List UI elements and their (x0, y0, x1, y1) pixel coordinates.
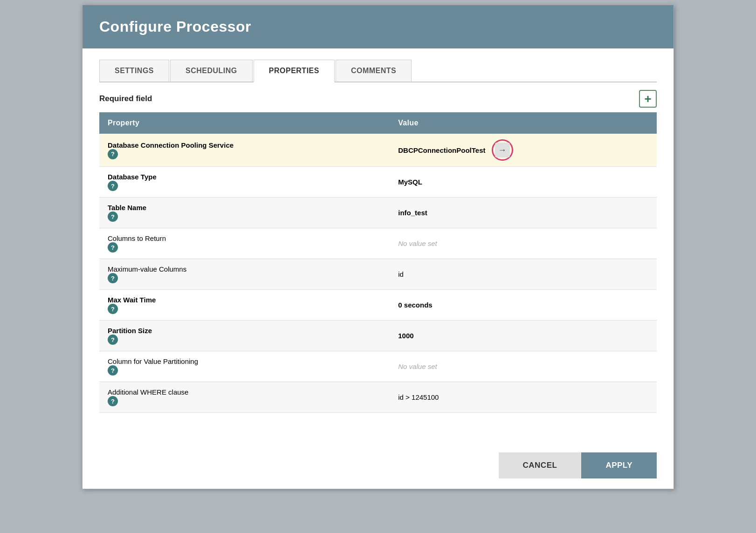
value-cell: id (398, 270, 648, 278)
properties-table: Property Value Database Connection Pooli… (99, 112, 657, 413)
property-name: Table Name (108, 204, 381, 212)
table-row[interactable]: Database Type?MySQL (99, 167, 657, 198)
value-cell: info_test (398, 209, 648, 217)
help-icon[interactable]: ? (108, 396, 118, 406)
property-name: Database Connection Pooling Service (108, 141, 381, 149)
value-cell: 1000 (398, 332, 648, 340)
property-value: MySQL (398, 178, 422, 186)
property-value: 1000 (398, 332, 413, 340)
table-row[interactable]: Database Connection Pooling Service?DBCP… (99, 134, 657, 167)
table-row[interactable]: Max Wait Time?0 seconds (99, 290, 657, 321)
cancel-button[interactable]: CANCEL (499, 452, 582, 478)
property-name: Partition Size (108, 327, 381, 335)
property-name: Additional WHERE clause (108, 388, 381, 396)
column-header-property: Property (99, 112, 390, 134)
help-icon[interactable]: ? (108, 149, 118, 159)
help-icon[interactable]: ? (108, 365, 118, 376)
value-cell: MySQL (398, 178, 648, 186)
apply-button[interactable]: APPLY (581, 452, 657, 478)
property-value: info_test (398, 209, 427, 217)
property-name: Column for Value Partitioning (108, 357, 381, 365)
property-value: id (398, 270, 404, 278)
table-header-row: Property Value (99, 112, 657, 134)
table-row[interactable]: Additional WHERE clause?id > 1245100 (99, 382, 657, 413)
tab-properties[interactable]: PROPERTIES (254, 60, 335, 82)
navigate-arrow-button[interactable]: → (492, 140, 513, 160)
property-value: 0 seconds (398, 301, 432, 309)
value-cell: No value set (398, 239, 648, 247)
value-cell: id > 1245100 (398, 393, 648, 401)
add-property-button[interactable]: + (639, 90, 657, 108)
table-row[interactable]: Columns to Return?No value set (99, 228, 657, 259)
property-name: Columns to Return (108, 234, 381, 242)
property-name: Maximum-value Columns (108, 265, 381, 273)
configure-processor-dialog: Configure Processor SETTINGS SCHEDULING … (82, 5, 674, 489)
table-row[interactable]: Maximum-value Columns?id (99, 259, 657, 290)
help-icon[interactable]: ? (108, 181, 118, 191)
column-header-value: Value (390, 112, 657, 134)
dialog-title: Configure Processor (99, 18, 657, 35)
help-icon[interactable]: ? (108, 242, 118, 253)
property-value: No value set (398, 239, 437, 247)
property-value: id > 1245100 (398, 393, 439, 401)
property-value: No value set (398, 362, 437, 370)
help-icon[interactable]: ? (108, 304, 118, 314)
help-icon[interactable]: ? (108, 212, 118, 222)
tab-scheduling[interactable]: SCHEDULING (170, 60, 253, 82)
dialog-body: SETTINGS SCHEDULING PROPERTIES COMMENTS … (82, 48, 674, 442)
property-value: DBCPConnectionPoolTest (398, 146, 485, 154)
dialog-footer: CANCEL APPLY (82, 442, 674, 489)
required-field-label: Required field (99, 94, 152, 103)
dialog-header: Configure Processor (82, 5, 674, 48)
help-icon[interactable]: ? (108, 273, 118, 283)
property-name: Database Type (108, 173, 381, 181)
arrow-icon: → (495, 143, 510, 157)
tab-settings[interactable]: SETTINGS (99, 60, 169, 82)
value-cell: No value set (398, 362, 648, 370)
table-row[interactable]: Column for Value Partitioning?No value s… (99, 351, 657, 382)
help-icon[interactable]: ? (108, 335, 118, 345)
required-field-row: Required field + (99, 82, 657, 112)
table-row[interactable]: Partition Size?1000 (99, 321, 657, 351)
tabs-container: SETTINGS SCHEDULING PROPERTIES COMMENTS (99, 60, 657, 82)
value-cell: 0 seconds (398, 301, 648, 309)
property-name: Max Wait Time (108, 296, 381, 304)
tab-comments[interactable]: COMMENTS (336, 60, 412, 82)
table-row[interactable]: Table Name?info_test (99, 198, 657, 228)
value-cell: DBCPConnectionPoolTest→ (398, 140, 648, 160)
